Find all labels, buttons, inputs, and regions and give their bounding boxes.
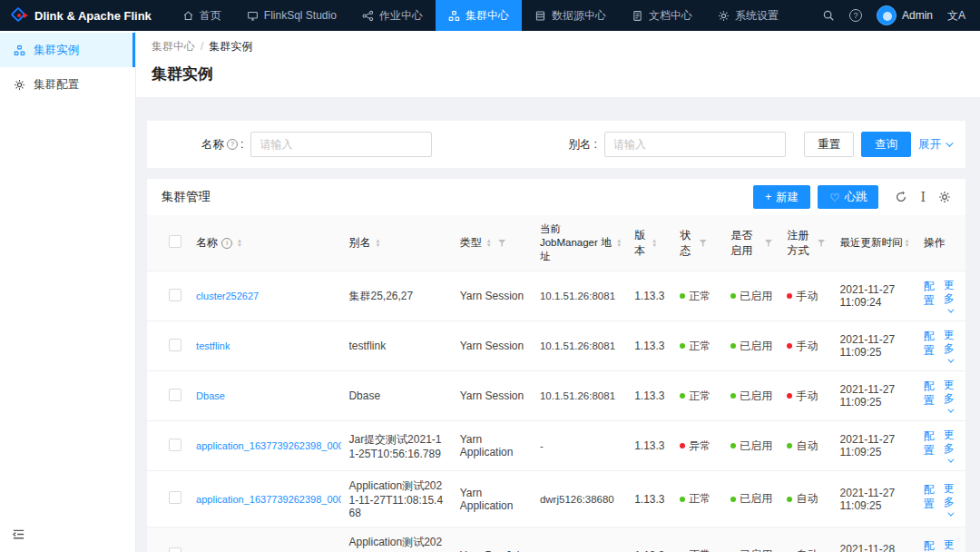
more-link[interactable]: 更多 — [944, 379, 958, 413]
cluster-name-link[interactable]: cluster252627 — [196, 291, 259, 301]
breadcrumb: 集群中心/集群实例 — [152, 39, 965, 54]
navbar-right: ? Admin 文A — [822, 5, 980, 25]
nav-item-job-center[interactable]: 作业中心 — [349, 0, 436, 31]
enabled-dot — [730, 443, 736, 448]
more-link[interactable]: 更多 — [944, 538, 958, 552]
register-text: 手动 — [796, 389, 818, 402]
new-button[interactable]: +新建 — [753, 185, 810, 209]
user-menu[interactable]: Admin — [877, 5, 933, 25]
reset-button[interactable]: 重置 — [804, 132, 854, 157]
translate-icon[interactable]: 文A — [947, 8, 965, 24]
breadcrumb-section[interactable]: 集群中心 — [152, 40, 195, 53]
sorter-icon[interactable]: ▲▼ — [375, 239, 380, 248]
register-text: 手动 — [796, 290, 818, 302]
nav-item-document-center[interactable]: 文档中心 — [619, 0, 705, 31]
enabled-dot — [730, 343, 736, 349]
alias-cell: testflink — [341, 321, 452, 371]
register-dot — [787, 293, 792, 299]
search-icon[interactable] — [822, 9, 835, 22]
row-checkbox[interactable] — [169, 389, 181, 401]
row-checkbox[interactable] — [169, 339, 181, 351]
updated-cell: 2021-11-28 23:34:30 — [833, 527, 916, 552]
column-height-icon[interactable]: I — [920, 191, 926, 203]
reload-icon[interactable] — [895, 191, 907, 203]
register-text: 手动 — [796, 340, 818, 352]
status-dot — [680, 443, 685, 448]
plus-icon: + — [765, 191, 771, 203]
nav-item-cluster-center[interactable]: 集群中心 — [436, 0, 522, 31]
alias-input[interactable] — [604, 132, 786, 157]
name-input[interactable] — [250, 132, 432, 157]
nav-item-flinksql-studio[interactable]: FlinkSql Studio — [234, 0, 349, 31]
nav-item-system-settings[interactable]: 系统设置 — [705, 0, 791, 31]
filter-icon[interactable] — [818, 240, 826, 247]
row-checkbox[interactable] — [169, 491, 181, 504]
cluster-name-link[interactable]: Dbase — [196, 390, 225, 401]
breadcrumb-separator: / — [201, 40, 203, 53]
config-link[interactable]: 配置 — [924, 429, 935, 458]
name-field: 名称 ? : — [201, 132, 432, 157]
register-dot — [787, 343, 792, 349]
register-dot — [787, 443, 792, 448]
help-icon[interactable]: ? — [849, 9, 862, 22]
nav-item-datasource-center[interactable]: 数据源中心 — [522, 0, 619, 31]
address-cell: dwrj5126:38680 — [533, 471, 629, 527]
status-text: 正常 — [689, 492, 710, 505]
filter-icon[interactable] — [498, 240, 506, 247]
select-all-checkbox[interactable] — [169, 235, 181, 248]
cluster-name-link[interactable]: application_1637739262398_0003 — [196, 440, 341, 451]
sorter-icon[interactable]: ▲▼ — [905, 239, 910, 248]
page-header: 集群中心/集群实例 集群实例 — [136, 31, 980, 97]
heartbeat-button[interactable]: ♡心跳 — [818, 185, 878, 209]
updated-cell: 2021-11-27 11:09:25 — [833, 471, 916, 527]
row-checkbox[interactable] — [169, 547, 181, 552]
config-link[interactable]: 配置 — [924, 279, 935, 308]
nav-item-label: 数据源中心 — [552, 8, 606, 24]
more-link[interactable]: 更多 — [944, 279, 958, 313]
enabled-dot — [730, 293, 736, 299]
col-type: 类型 — [460, 235, 482, 251]
sidebar-item-cluster-config[interactable]: 集群配置 — [0, 67, 135, 102]
address-cell: 10.1.51.26:8081 — [533, 271, 629, 321]
nav-item-home[interactable]: 首页 — [170, 0, 234, 31]
more-link[interactable]: 更多 — [944, 329, 958, 363]
col-version: 版本 — [634, 228, 647, 259]
table-tool-icons: I — [895, 191, 951, 203]
status-dot — [680, 497, 685, 502]
table-row: application_1637739262398_0004 Applicati… — [147, 471, 965, 527]
col-address: 当前 JobManager 地址 — [540, 222, 612, 263]
filter-icon[interactable] — [699, 240, 707, 247]
app-brand[interactable]: Dlink & Apache Flink — [0, 7, 170, 24]
cluster-name-link[interactable]: testflink — [196, 340, 230, 351]
row-checkbox[interactable] — [169, 289, 181, 301]
register-dot — [787, 497, 792, 502]
filter-actions: 重置 查询 展开 — [804, 132, 951, 157]
config-link[interactable]: 配置 — [924, 379, 935, 408]
search-button[interactable]: 查询 — [861, 132, 911, 157]
sorter-icon[interactable]: ▲▼ — [486, 239, 492, 248]
username: Admin — [902, 9, 933, 22]
type-cell: Yarn Session — [453, 271, 533, 321]
settings-icon[interactable] — [938, 191, 951, 203]
alias-cell: Jar提交测试2021-11-25T10:56:16.789 — [341, 421, 452, 471]
more-link[interactable]: 更多 — [944, 429, 958, 463]
table-row: Dbase Dbase Yarn Session 10.1.51.26:8081… — [147, 371, 965, 421]
config-link[interactable]: 配置 — [924, 329, 935, 358]
config-link[interactable]: 配置 — [924, 538, 935, 552]
config-link[interactable]: 配置 — [924, 482, 935, 511]
col-action: 操作 — [924, 236, 946, 249]
filter-icon[interactable] — [764, 240, 772, 247]
row-checkbox[interactable] — [169, 439, 181, 451]
more-link[interactable]: 更多 — [944, 482, 958, 517]
sidebar-collapse-button[interactable] — [12, 527, 25, 544]
status-dot — [680, 343, 685, 349]
sidebar-item-cluster-instance[interactable]: 集群实例 — [0, 33, 135, 67]
sorter-icon[interactable]: ▲▼ — [616, 239, 622, 248]
alias-field: 别名: — [568, 132, 785, 157]
sorter-icon[interactable]: ▲▼ — [652, 239, 657, 248]
question-circle-icon: ? — [227, 139, 238, 150]
expand-link[interactable]: 展开 — [918, 137, 951, 153]
cluster-name-link[interactable]: application_1637739262398_0004 — [196, 494, 341, 505]
filter-card: 名称 ? : 别名: 重置 查询 展开 — [147, 121, 965, 168]
sorter-icon[interactable]: ▲▼ — [237, 239, 242, 248]
